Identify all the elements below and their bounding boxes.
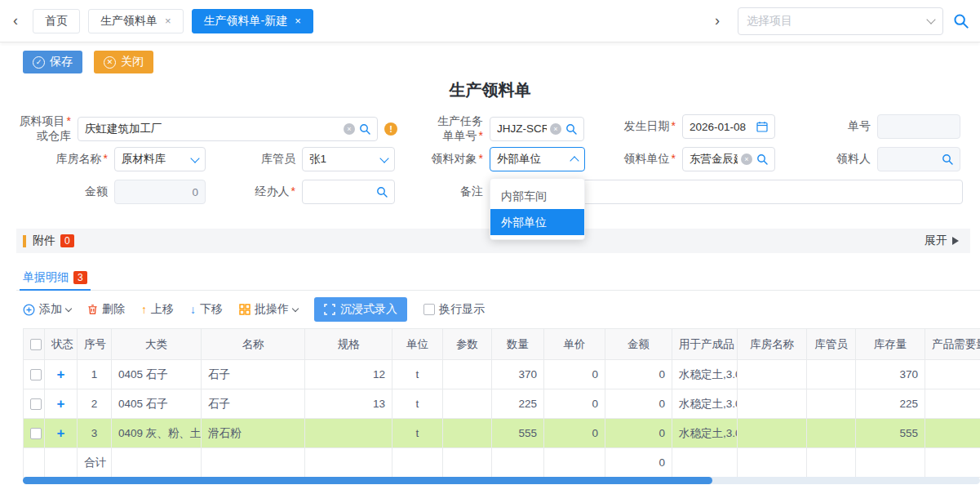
cell-category[interactable]: 0405 石子 [112,389,202,419]
cell-need[interactable] [925,360,980,389]
date-input[interactable]: 2026-01-08 [682,114,775,139]
warning-circle-icon[interactable] [384,122,397,136]
cell-name[interactable]: 滑石粉 [202,419,305,448]
wrap-display-checkbox[interactable] [423,304,435,315]
horizontal-scrollbar-thumb[interactable] [23,477,712,484]
cell-seq[interactable]: 1 [78,360,112,389]
cell-warehouse[interactable] [738,360,807,389]
unit-input[interactable]: 东营金辰建 [682,147,775,171]
cell-keeper[interactable] [807,360,856,389]
cell-keeper[interactable] [807,389,856,419]
add-button[interactable]: 添加 [23,302,71,317]
row-select-cell [24,360,45,389]
plus-icon[interactable] [57,396,65,412]
chevron-right-icon[interactable]: › [708,12,726,29]
save-button[interactable]: 保存 [23,51,82,73]
cell-spec[interactable]: 13 [305,389,392,419]
row-checkbox[interactable] [30,398,42,410]
table-row[interactable]: 30409 灰、粉、土滑石粉t55500水稳定土,3.0M555 [24,419,980,448]
tab-home[interactable]: 首页 [33,9,80,33]
cell-amount[interactable]: 0 [605,360,672,389]
close-tab-icon[interactable]: × [165,16,171,26]
cell-amount[interactable]: 0 [605,389,672,419]
close-button[interactable]: 关闭 [94,51,153,73]
cell-name[interactable]: 石子 [202,360,305,389]
field-keeper: 库管员 张1 [246,147,395,171]
expand-toggle[interactable]: 展开 [925,234,959,248]
cell-product[interactable]: 水稳定土,3.0M [672,389,738,419]
cell-amount[interactable]: 0 [605,419,672,448]
material-project-input[interactable]: 庆虹建筑加工厂 [78,117,378,141]
batch-operation-button[interactable]: 批操作 [239,302,298,317]
cell-warehouse[interactable] [738,389,807,419]
close-tab-icon[interactable]: × [295,16,301,26]
cell-spec[interactable] [305,419,392,448]
magnifier-icon[interactable] [756,154,768,165]
cell-need[interactable] [925,419,980,448]
delete-button[interactable]: 删除 [87,302,125,317]
clear-icon[interactable] [550,123,561,135]
tab-detail-lines[interactable]: 单据明细 3 [16,265,94,290]
cell-product[interactable]: 水稳定土,3.0M [672,419,738,448]
wrap-display-toggle[interactable]: 换行显示 [423,302,485,317]
tab-production-requisition-new[interactable]: 生产领料单-新建 × [192,9,313,33]
handler-input[interactable] [302,180,395,204]
tab-production-requisition[interactable]: 生产领料单 × [88,9,184,33]
cell-price[interactable]: 0 [544,389,605,419]
cell-product[interactable]: 水稳定土,3.0M [672,360,738,389]
cell-price[interactable]: 0 [544,419,605,448]
cell-name[interactable]: 石子 [202,389,305,419]
cell-stock[interactable]: 225 [856,389,925,419]
cell-unit[interactable]: t [392,419,443,448]
cell-param[interactable] [443,419,492,448]
warehouse-select[interactable]: 原材料库 [114,147,206,171]
cell-param[interactable] [443,360,492,389]
cell-seq[interactable]: 2 [78,389,112,419]
cell-warehouse[interactable] [738,419,807,448]
dropdown-option-external[interactable]: 外部单位 [490,209,584,235]
move-up-button[interactable]: 上移 [141,302,174,317]
table-row[interactable]: 10405 石子石子12t37000水稳定土,3.0M370 [24,360,980,389]
cell-unit[interactable]: t [392,360,443,389]
action-toolbar: 保存 关闭 [0,42,980,78]
cell-keeper[interactable] [807,419,856,448]
dropdown-option-internal[interactable]: 内部车间 [490,183,584,209]
horizontal-scrollbar-track[interactable] [23,477,980,484]
plus-icon[interactable] [57,367,65,382]
clear-icon[interactable] [741,154,752,165]
cell-param[interactable] [443,389,492,419]
chevron-left-icon[interactable]: ‹ [7,12,24,29]
cell-price[interactable]: 0 [544,360,605,389]
magnifier-icon[interactable] [942,154,953,165]
calendar-icon[interactable] [756,121,768,132]
cell-seq[interactable]: 3 [78,419,112,448]
target-select[interactable]: 外部单位 [490,147,585,171]
row-checkbox[interactable] [30,428,42,439]
cell-category[interactable]: 0409 灰、粉、土 [112,419,202,448]
row-checkbox[interactable] [30,369,42,380]
cell-category[interactable]: 0405 石子 [112,360,202,389]
magnifier-icon[interactable] [376,186,388,198]
cell-stock[interactable]: 555 [856,419,925,448]
immersive-entry-button[interactable]: 沉浸式录入 [314,297,407,322]
move-down-button[interactable]: 下移 [190,302,223,317]
person-input[interactable] [877,147,960,171]
select-all-checkbox[interactable] [30,339,42,350]
task-no-input[interactable]: JHJZ-SCRV [490,117,584,141]
cell-qty[interactable]: 225 [492,389,544,419]
table-row[interactable]: 20405 石子石子13t22500水稳定土,3.0M225 [24,389,980,419]
cell-stock[interactable]: 370 [856,360,925,389]
total-row: 合计0 [24,448,980,478]
keeper-select[interactable]: 张1 [302,147,395,171]
clear-icon[interactable] [344,123,355,135]
magnifier-icon[interactable] [565,123,577,135]
project-select[interactable]: 选择项目 [738,7,943,35]
cell-unit[interactable]: t [392,389,443,419]
plus-icon[interactable] [57,425,65,441]
cell-spec[interactable]: 12 [305,360,392,389]
cell-need[interactable] [925,389,980,419]
magnifier-icon[interactable] [359,123,370,135]
cell-qty[interactable]: 555 [492,419,544,448]
cell-qty[interactable]: 370 [492,360,544,389]
search-icon[interactable] [953,13,969,29]
